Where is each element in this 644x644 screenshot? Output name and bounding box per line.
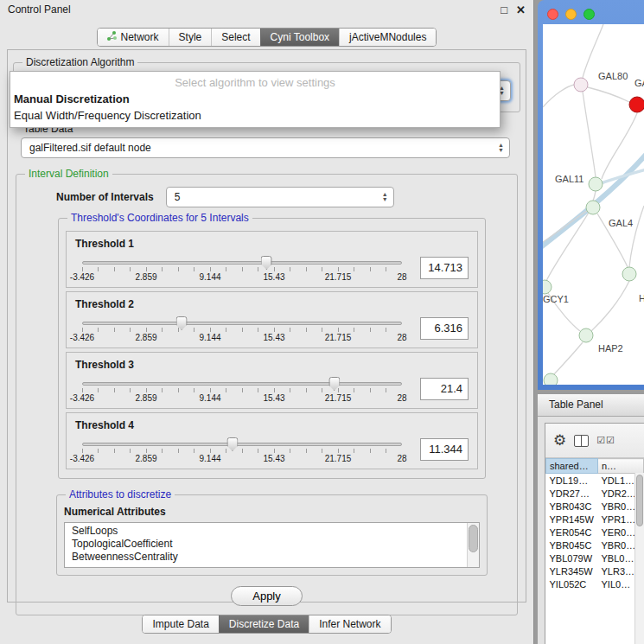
top-tabbar: Network Style Select Cyni Toolbox jActiv… [0, 19, 533, 52]
dropdown-option-manual[interactable]: Manual Discretization [10, 91, 500, 107]
network-node[interactable] [544, 373, 558, 385]
tab-jactivemnodules[interactable]: jActiveMNodules [339, 29, 436, 46]
scrollbar-thumb[interactable] [469, 525, 478, 552]
table-row[interactable]: YLR345WYLR3… [546, 564, 644, 577]
list-item[interactable]: SelfLoops [72, 525, 465, 538]
threshold-2-slider[interactable]: -3.4262.8599.14415.4321.71528 [82, 322, 402, 343]
close-window-icon[interactable]: ✕ [516, 3, 526, 16]
control-panel-window: Control Panel □ ✕ Network Style Select C… [0, 0, 534, 644]
list-item[interactable]: TopologicalCoefficient [72, 538, 465, 551]
table-row[interactable]: YER054CYER0… [546, 526, 644, 539]
node-label: GAL11 [555, 174, 583, 184]
tab-impute-data[interactable]: Impute Data [143, 615, 218, 633]
table-row[interactable]: YPR145WYPR1… [546, 513, 644, 526]
node-label: GCY1 [543, 294, 569, 304]
scrollbar-thumb[interactable] [636, 475, 643, 526]
threshold-3-value-field[interactable]: 21.4 [420, 378, 469, 400]
tab-network-label: Network [121, 31, 159, 43]
discretization-algorithm-title: Discretization Algorithm [22, 56, 137, 68]
network-edge[interactable] [629, 206, 644, 267]
combo-arrows-icon: ▲▼ [498, 143, 504, 153]
number-of-intervals-label: Number of Intervals [56, 191, 154, 203]
column-header-shared[interactable]: shared… [546, 459, 598, 474]
close-traffic-light-icon[interactable] [547, 9, 558, 20]
attributes-scrollbar[interactable] [467, 523, 479, 567]
slider-track[interactable] [82, 443, 402, 446]
threshold-2-value-field[interactable]: 6.316 [420, 317, 469, 340]
threshold-panel-4: Threshold 4 -3.4262.8599.14415.4321.7152… [66, 412, 478, 469]
threshold-1-slider[interactable]: -3.4262.8599.14415.4321.71528 [82, 261, 402, 283]
threshold-2-label: Threshold 2 [75, 298, 469, 310]
network-icon [107, 31, 117, 43]
table-row[interactable]: YBR045CYBR0… [546, 539, 644, 552]
slider-track[interactable] [82, 322, 402, 325]
network-node[interactable] [579, 328, 593, 342]
network-edge[interactable] [591, 281, 629, 331]
table-row[interactable]: YBL079WYBL0… [546, 552, 644, 564]
number-of-intervals-combobox[interactable]: 5 ▲▼ [166, 187, 394, 207]
window-title: Control Panel [8, 3, 71, 16]
tab-network[interactable]: Network [98, 29, 169, 46]
threshold-panel-1: Threshold 1 -3.4262.8599.14415.4321.7152… [66, 231, 478, 288]
network-node[interactable] [629, 97, 644, 112]
network-node[interactable] [586, 201, 600, 214]
combo-arrows-icon: ▲▼ [382, 192, 388, 202]
threshold-4-value-field[interactable]: 11.344 [420, 438, 469, 461]
node-attribute-table: shared… n… YDL19…YDL1…YDR27…YDR2…YBR043C… [545, 458, 644, 590]
select-all-checkboxes-icon[interactable]: ☑☑ [596, 435, 615, 446]
threshold-3-slider[interactable]: -3.4262.8599.14415.4321.71528 [82, 382, 402, 404]
network-canvas-svg[interactable]: GAL80GAGAL11GAL4GCY1HHAP2 [543, 24, 644, 385]
thresholds-group: Threshold's Coordinates for 5 Intervals … [58, 218, 486, 479]
network-edge[interactable] [583, 24, 603, 78]
network-edge[interactable] [588, 87, 629, 102]
dropdown-hint: Select algorithm to view settings [10, 72, 500, 91]
node-label: H [639, 293, 644, 303]
attributes-group-title: Attributes to discretize [66, 488, 175, 501]
table-row[interactable]: YIL052CYIL0… [546, 577, 644, 590]
apply-button[interactable]: Apply [231, 586, 303, 606]
table-row[interactable]: YDL19…YDL1… [546, 474, 644, 488]
network-edge[interactable] [583, 92, 596, 177]
threshold-panel-3: Threshold 3 -3.4262.8599.14415.4321.7152… [66, 352, 478, 409]
column-header-name[interactable]: n… [598, 459, 644, 474]
tab-cyni-toolbox[interactable]: Cyni Toolbox [260, 29, 339, 46]
tab-infer-network[interactable]: Infer Network [309, 615, 390, 633]
table-row[interactable]: YDR27…YDR2… [546, 487, 644, 500]
network-node[interactable] [574, 78, 588, 92]
slider-track[interactable] [82, 261, 402, 265]
gear-icon[interactable]: ⚙ [553, 433, 566, 448]
window-traffic-lights [538, 0, 644, 20]
threshold-3-label: Threshold 3 [75, 359, 469, 371]
network-edge[interactable] [593, 191, 596, 201]
float-window-icon[interactable]: □ [501, 3, 507, 16]
node-label: GAL4 [609, 218, 633, 228]
list-item[interactable]: BetweennessCentrality [72, 551, 465, 564]
node-label: GA [634, 78, 644, 88]
network-view-window: GAL80GAGAL11GAL4GCY1HHAP2 [538, 0, 644, 390]
dropdown-option-equal-width[interactable]: Equal Width/Frequency Discretization [10, 107, 500, 124]
threshold-4-slider[interactable]: -3.4262.8599.14415.4321.71528 [82, 443, 402, 464]
zoom-traffic-light-icon[interactable] [583, 9, 595, 20]
interval-definition-group: Interval Definition Number of Intervals … [16, 174, 518, 615]
tab-discretize-data[interactable]: Discretize Data [219, 615, 309, 633]
tab-style[interactable]: Style [169, 29, 212, 46]
threshold-panel-2: Threshold 2 -3.4262.8599.14415.4321.7152… [66, 291, 478, 348]
table-panel-header: Table Panel [538, 393, 644, 417]
network-edge[interactable] [553, 342, 583, 375]
threshold-1-value-field[interactable]: 14.713 [420, 257, 469, 279]
algorithm-dropdown-list: Select algorithm to view settings Manual… [10, 71, 501, 128]
columns-icon[interactable] [574, 435, 589, 447]
network-node[interactable] [543, 280, 552, 294]
minimize-traffic-light-icon[interactable] [565, 9, 577, 20]
attributes-listbox[interactable]: SelfLoops TopologicalCoefficient Between… [64, 522, 480, 568]
network-canvas[interactable]: GAL80GAGAL11GAL4GCY1HHAP2 [543, 24, 644, 385]
slider-track[interactable] [82, 382, 402, 386]
network-edge[interactable] [543, 85, 574, 107]
network-node[interactable] [589, 177, 603, 191]
table-data-combobox[interactable]: galFiltered.sif default node ▲▼ [21, 137, 510, 158]
table-row[interactable]: YBR043CYBR0… [546, 500, 644, 513]
tab-select[interactable]: Select [211, 29, 259, 46]
network-node[interactable] [622, 267, 636, 281]
table-scrollbar[interactable] [634, 473, 644, 644]
slider-ticks [82, 388, 402, 392]
